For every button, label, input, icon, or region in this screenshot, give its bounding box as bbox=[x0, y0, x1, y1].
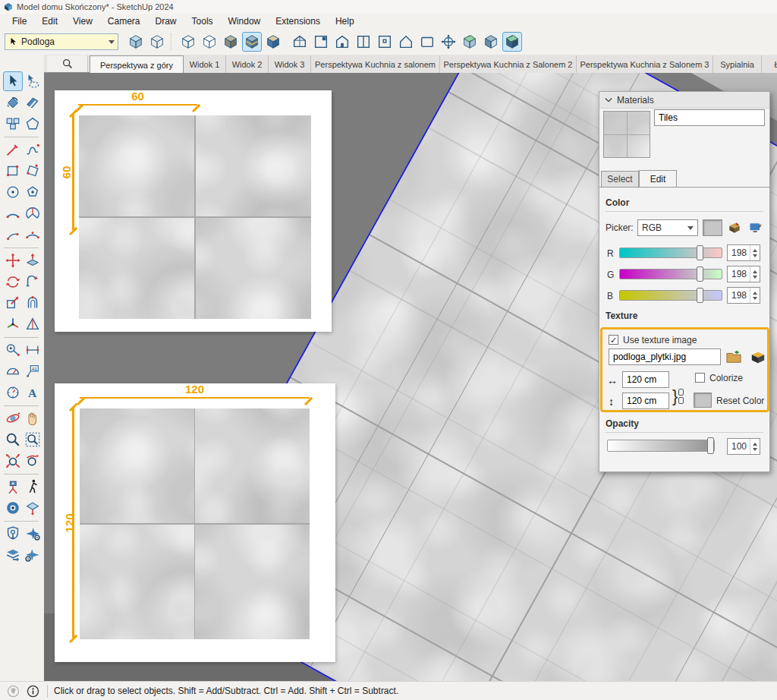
green-slider[interactable] bbox=[619, 269, 722, 279]
zoom-window-icon[interactable] bbox=[23, 430, 42, 449]
left-view-icon[interactable] bbox=[396, 32, 416, 52]
shaded-with-textures-icon[interactable] bbox=[242, 32, 262, 52]
text-icon[interactable]: A1 bbox=[23, 361, 42, 381]
blue-slider[interactable] bbox=[619, 290, 722, 301]
menu-tools[interactable]: Tools bbox=[184, 14, 221, 28]
axes-icon[interactable] bbox=[3, 314, 23, 334]
two-point-arc-icon[interactable] bbox=[3, 203, 23, 223]
tile-sample-board-120[interactable] bbox=[55, 383, 335, 662]
pie-icon[interactable] bbox=[23, 203, 42, 223]
scene-tab-4[interactable]: Widok 3 bbox=[269, 55, 311, 73]
compass-icon[interactable] bbox=[3, 383, 23, 402]
menu-edit[interactable]: Edit bbox=[34, 14, 65, 28]
opacity-slider[interactable] bbox=[607, 440, 715, 452]
section-plane-tool-icon[interactable] bbox=[23, 498, 42, 518]
texture-height-input[interactable] bbox=[622, 393, 669, 409]
edit-texture-image-icon[interactable] bbox=[750, 349, 766, 364]
ext-layers-icon[interactable] bbox=[3, 545, 23, 565]
eraser-icon[interactable] bbox=[23, 93, 42, 112]
menu-view[interactable]: View bbox=[65, 14, 100, 28]
texture-filename-input[interactable] bbox=[609, 348, 721, 365]
reset-color-swatch[interactable] bbox=[694, 393, 712, 408]
info-icon[interactable] bbox=[27, 685, 39, 698]
monochrome-icon[interactable] bbox=[263, 32, 283, 52]
three-point-arc-icon[interactable] bbox=[23, 225, 42, 244]
pan-icon[interactable] bbox=[23, 408, 42, 428]
display-section-cuts-icon[interactable] bbox=[481, 32, 501, 52]
circle-icon[interactable] bbox=[3, 182, 23, 202]
dimension-icon[interactable] bbox=[23, 340, 42, 360]
back-view-icon[interactable] bbox=[375, 32, 395, 52]
tile-sample-board-60[interactable] bbox=[55, 90, 332, 332]
model-viewport[interactable]: 60 60 120 120 Materials Select Edit bbox=[44, 73, 777, 681]
position-camera-icon[interactable] bbox=[3, 477, 23, 497]
top-view-icon[interactable] bbox=[311, 32, 331, 52]
material-preview-thumbnail[interactable] bbox=[603, 111, 650, 158]
follow-me-icon[interactable] bbox=[23, 272, 42, 292]
geolocation-icon[interactable] bbox=[7, 685, 20, 698]
scene-tab-6[interactable]: Perspektywa Kuchnia z Salonem 2 bbox=[440, 55, 577, 73]
section-plane-icon[interactable] bbox=[439, 32, 458, 52]
rotate-icon[interactable] bbox=[3, 272, 23, 292]
freehand-icon[interactable] bbox=[23, 140, 42, 159]
offset-icon[interactable] bbox=[23, 293, 42, 313]
match-screen-color-icon[interactable] bbox=[748, 220, 763, 235]
rotated-rectangle-icon[interactable] bbox=[23, 161, 42, 181]
ext-shield-icon[interactable] bbox=[3, 524, 23, 544]
ext-plane-gear-icon[interactable] bbox=[23, 524, 42, 544]
select-icon[interactable] bbox=[3, 71, 23, 91]
search-scenes-button[interactable] bbox=[47, 55, 88, 72]
blue-slider-thumb[interactable] bbox=[697, 288, 703, 303]
iso-view-icon[interactable] bbox=[290, 32, 310, 52]
paint-bucket-icon[interactable] bbox=[3, 93, 23, 112]
bottom-view-icon[interactable] bbox=[417, 32, 437, 52]
tab-edit[interactable]: Edit bbox=[639, 170, 677, 188]
menu-extensions[interactable]: Extensions bbox=[268, 14, 328, 28]
collapse-chevron-icon[interactable] bbox=[605, 97, 612, 103]
green-slider-thumb[interactable] bbox=[697, 266, 703, 282]
green-value-spinner[interactable]: 198 bbox=[727, 266, 760, 282]
zoom-icon[interactable] bbox=[3, 430, 23, 449]
red-value-spinner[interactable]: 198 bbox=[727, 244, 760, 261]
tab-select[interactable]: Select bbox=[601, 171, 639, 188]
right-view-icon[interactable] bbox=[354, 32, 373, 52]
hidden-line-icon[interactable] bbox=[200, 32, 219, 52]
scene-tab-2[interactable]: Widok 1 bbox=[184, 55, 226, 73]
push-pull-icon[interactable] bbox=[23, 251, 42, 270]
menu-help[interactable]: Help bbox=[328, 14, 362, 28]
colorize-checkbox[interactable] bbox=[695, 373, 705, 383]
arc-icon[interactable] bbox=[3, 225, 23, 244]
scene-tab-3[interactable]: Widok 2 bbox=[226, 55, 269, 73]
scene-tab-7[interactable]: Perspektywa Kuchnia z Salonem 3 bbox=[577, 55, 713, 73]
opacity-slider-thumb[interactable] bbox=[707, 437, 714, 454]
walk-icon[interactable] bbox=[23, 477, 42, 497]
scene-tab-8[interactable]: Sypialnia bbox=[713, 55, 762, 73]
menu-camera[interactable]: Camera bbox=[100, 14, 148, 28]
zoom-extents-icon[interactable] bbox=[3, 451, 23, 471]
move-icon[interactable] bbox=[3, 251, 23, 270]
x-ray-icon[interactable] bbox=[126, 32, 146, 52]
opacity-value-spinner[interactable]: 100 bbox=[727, 438, 760, 455]
use-texture-checkbox[interactable]: ✓ bbox=[609, 335, 618, 345]
rectangle-icon[interactable] bbox=[3, 161, 23, 181]
blue-value-spinner[interactable]: 198 bbox=[727, 287, 760, 304]
polygon-icon[interactable] bbox=[23, 182, 42, 202]
lasso-select-icon[interactable] bbox=[23, 71, 42, 91]
active-tool-dropdown[interactable]: Podloga bbox=[5, 33, 118, 50]
display-section-planes-icon[interactable] bbox=[460, 32, 480, 52]
browse-texture-icon[interactable] bbox=[725, 349, 742, 364]
protractor-semi-icon[interactable] bbox=[3, 361, 23, 381]
wireframe-icon[interactable] bbox=[178, 32, 198, 52]
menu-file[interactable]: File bbox=[5, 14, 34, 28]
tape-measure-icon[interactable] bbox=[3, 340, 23, 360]
zoom-previous-icon[interactable] bbox=[23, 451, 42, 471]
back-edges-icon[interactable] bbox=[147, 32, 167, 52]
red-slider-thumb[interactable] bbox=[697, 245, 703, 260]
texture-width-input[interactable] bbox=[622, 371, 669, 388]
orbit-icon[interactable] bbox=[3, 408, 23, 428]
front-view-icon[interactable] bbox=[332, 32, 352, 52]
lock-aspect-ratio-icon[interactable]: } bbox=[672, 381, 689, 411]
current-color-swatch[interactable] bbox=[703, 219, 722, 236]
shapes-icon[interactable] bbox=[23, 114, 42, 134]
shaded-icon[interactable] bbox=[221, 32, 241, 52]
